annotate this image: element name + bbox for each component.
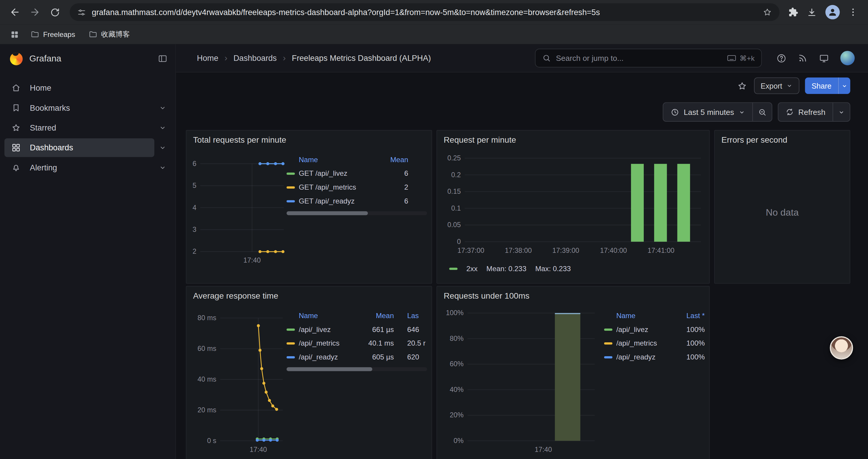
- legend-col-mean[interactable]: Mean: [362, 311, 394, 319]
- chevron-down-icon[interactable]: [154, 158, 171, 177]
- breadcrumb-current: Freeleaps Metrics Dashboard (ALPHA): [292, 54, 431, 63]
- legend-col-mean[interactable]: Mean: [376, 155, 408, 163]
- brand-name: Grafana: [29, 54, 151, 64]
- reload-button[interactable]: [45, 3, 64, 22]
- panel-title[interactable]: Total requests per minute: [193, 135, 427, 144]
- search-placeholder: Search or jump to...: [556, 54, 722, 63]
- home-icon: [11, 83, 22, 93]
- share-menu-caret[interactable]: [838, 77, 850, 94]
- legend-col-last[interactable]: Last *: [673, 311, 705, 319]
- panel-title[interactable]: Errors per second: [721, 135, 845, 144]
- rss-icon[interactable]: [798, 53, 808, 63]
- search-shortcut: ⌘+k: [727, 54, 754, 62]
- legend-row[interactable]: /api/_livez 100%: [604, 323, 705, 336]
- sidebar-collapse-icon[interactable]: [158, 54, 168, 64]
- grafana-logo[interactable]: [10, 52, 23, 65]
- series-color-dash: [286, 342, 299, 344]
- time-range-picker[interactable]: Last 5 minutes: [663, 102, 753, 122]
- refresh-button[interactable]: Refresh: [778, 102, 833, 122]
- chevron-down-icon[interactable]: [154, 98, 171, 117]
- svg-text:0.05: 0.05: [447, 221, 461, 229]
- refresh-interval-caret[interactable]: [833, 102, 850, 122]
- panel-requests-under-100ms: Requests under 100ms 100%80%60%40%20%0%1…: [436, 286, 710, 459]
- forward-button[interactable]: [25, 3, 44, 22]
- chevron-down-icon[interactable]: [154, 119, 171, 137]
- clock-icon: [670, 107, 679, 117]
- legend-scrollbar[interactable]: [286, 211, 427, 215]
- user-avatar[interactable]: [840, 51, 855, 65]
- scrollbar-thumb[interactable]: [286, 367, 372, 371]
- assistant-avatar[interactable]: [830, 336, 853, 359]
- folder-icon: [88, 30, 97, 39]
- sidebar-item-dashboards[interactable]: Dashboards: [4, 138, 154, 157]
- apps-grid-icon[interactable]: [6, 30, 23, 39]
- scrollbar-thumb[interactable]: [286, 211, 368, 215]
- series-label[interactable]: 2xx: [466, 264, 478, 273]
- dashboard-toolbar: Last 5 minutes Refresh: [176, 95, 868, 122]
- sidebar-item-starred[interactable]: Starred: [4, 119, 154, 137]
- site-info-icon[interactable]: [77, 7, 86, 17]
- bookmark-star-icon[interactable]: [762, 7, 772, 17]
- sidebar-item-home[interactable]: Home: [4, 78, 154, 97]
- sidebar: Grafana Home Bookmarks: [0, 44, 176, 459]
- breadcrumb-home[interactable]: Home: [197, 54, 218, 63]
- bookmark-freeleaps[interactable]: Freeleaps: [25, 28, 81, 41]
- legend-col-last[interactable]: Las: [407, 311, 427, 319]
- legend-col-name[interactable]: Name: [299, 311, 362, 319]
- sidebar-item-bookmarks[interactable]: Bookmarks: [4, 98, 154, 117]
- legend-row[interactable]: /api/_metrics 100%: [604, 336, 705, 350]
- export-button[interactable]: Export: [754, 77, 800, 94]
- legend-row[interactable]: GET /api/_readyz 6: [286, 194, 427, 208]
- dashboard-grid: Total requests per minute 6543217:40 Nam…: [186, 130, 868, 459]
- legend-row[interactable]: /api/_livez 661 µs 646: [286, 323, 427, 336]
- help-icon[interactable]: [776, 53, 787, 64]
- panel-title[interactable]: Requests under 100ms: [444, 291, 705, 300]
- panel-total-requests: Total requests per minute 6543217:40 Nam…: [186, 130, 432, 284]
- browser-profile-avatar[interactable]: [826, 5, 840, 20]
- total-requests-chart[interactable]: 6543217:40: [191, 146, 286, 275]
- monitor-icon[interactable]: [819, 53, 829, 64]
- legend-col-name[interactable]: Name: [616, 311, 673, 319]
- bookmark-blog-folder[interactable]: 收藏博客: [83, 27, 135, 42]
- bookmark-label: 收藏博客: [101, 29, 130, 39]
- back-button[interactable]: [6, 3, 25, 22]
- svg-text:0.25: 0.25: [447, 154, 461, 162]
- legend-row[interactable]: /api/_metrics 40.1 ms 20.5 r: [286, 336, 427, 350]
- legend-row[interactable]: GET /api/_metrics 2: [286, 180, 427, 194]
- legend-scrollbar[interactable]: [286, 367, 427, 371]
- legend-row[interactable]: /api/_readyz 100%: [604, 350, 705, 364]
- legend-row[interactable]: /api/_readyz 605 µs 620: [286, 350, 427, 364]
- sidebar-item-alerting[interactable]: Alerting: [4, 158, 154, 177]
- grafana-header: Home › Dashboards › Freeleaps Metrics Da…: [176, 44, 868, 72]
- svg-text:4: 4: [193, 204, 196, 211]
- series-color-dash: [286, 356, 299, 358]
- svg-text:2: 2: [193, 248, 196, 255]
- breadcrumb-dashboards[interactable]: Dashboards: [234, 54, 277, 63]
- downloads-icon[interactable]: [807, 7, 817, 18]
- legend-row[interactable]: GET /api/_livez 6: [286, 167, 427, 181]
- svg-text:40%: 40%: [450, 386, 464, 393]
- requests-under-100ms-chart[interactable]: 100%80%60%40%20%0%17:40: [441, 302, 604, 453]
- browser-menu-icon[interactable]: [848, 7, 858, 17]
- forward-arrow-icon: [29, 6, 40, 18]
- zoom-out-button[interactable]: [752, 102, 772, 122]
- favorite-star-icon[interactable]: [736, 79, 748, 92]
- toolbar-right-icons: [787, 5, 863, 20]
- panel-title[interactable]: Request per minute: [444, 135, 705, 144]
- svg-text:0 s: 0 s: [207, 437, 216, 445]
- search-input[interactable]: Search or jump to... ⌘+k: [535, 49, 762, 68]
- legend-max: Max: 0.233: [535, 264, 571, 273]
- extensions-icon[interactable]: [788, 7, 798, 17]
- folder-icon: [30, 30, 39, 39]
- panel-title[interactable]: Average response time: [193, 291, 427, 300]
- url-bar[interactable]: grafana.mathmast.com/d/deytv4rwavabkb/fr…: [70, 3, 779, 21]
- legend-col-name[interactable]: Name: [299, 155, 376, 163]
- legend-header: Name Last *: [604, 308, 705, 323]
- request-per-minute-chart[interactable]: 0.250.20.150.10.05017:37:0017:38:0017:39…: [441, 146, 705, 261]
- share-button[interactable]: Share: [805, 77, 838, 94]
- chevron-down-icon[interactable]: [154, 138, 171, 157]
- svg-text:17:38:00: 17:38:00: [505, 247, 532, 254]
- svg-text:5: 5: [193, 182, 196, 189]
- svg-text:20%: 20%: [450, 411, 464, 419]
- average-response-time-chart[interactable]: 80 ms60 ms40 ms20 ms0 s17:40: [191, 302, 286, 453]
